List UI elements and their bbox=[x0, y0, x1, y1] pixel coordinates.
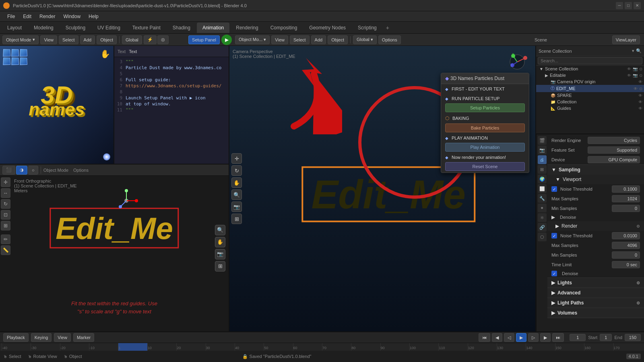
render-view-button[interactable]: ○ bbox=[28, 166, 38, 175]
annotate-tool[interactable]: ✏ bbox=[1, 234, 10, 244]
setup-panel-button[interactable]: Setup Panel bbox=[188, 35, 220, 44]
light-paths-settings[interactable]: ⚙ bbox=[636, 301, 640, 305]
center-grab-nav[interactable]: ✋ bbox=[231, 177, 242, 188]
next-keyframe-button[interactable]: ▷ bbox=[528, 333, 539, 342]
render-sub-settings[interactable]: ⚙ bbox=[636, 224, 640, 228]
tab-layout[interactable]: Layout bbox=[2, 23, 27, 33]
sc-scene-collection[interactable]: ▼ Scene Collection 👁 📷 ⊙ bbox=[536, 66, 644, 72]
props-scene-icon[interactable]: 🎬 bbox=[538, 136, 547, 145]
center-global[interactable]: Global ▾ bbox=[353, 35, 377, 44]
play-animation-button[interactable]: Play Animation bbox=[445, 143, 525, 152]
sc-render-2[interactable]: ⊙ bbox=[639, 73, 642, 78]
view-menu[interactable]: View bbox=[40, 35, 57, 44]
view-menu-timeline[interactable]: View bbox=[54, 333, 71, 342]
vp-min-samples-value[interactable]: 0 bbox=[612, 205, 640, 212]
center-3d-viewport[interactable]: Camera Perspective (1) Scene Collection … bbox=[229, 46, 535, 331]
options-button[interactable]: Options bbox=[378, 35, 401, 44]
sc-guides[interactable]: 📐 Guides 👁 bbox=[536, 105, 644, 111]
advanced-header[interactable]: ▶ Advanced bbox=[547, 288, 644, 298]
measure-tool[interactable]: 📏 bbox=[1, 245, 10, 255]
center-select[interactable]: Select bbox=[290, 35, 310, 44]
r-denoise-check[interactable]: ✓ bbox=[551, 271, 557, 276]
start-frame[interactable]: 1 bbox=[600, 334, 612, 341]
zoom-in-button[interactable]: 🔍 bbox=[215, 225, 225, 235]
center-cursor-nav[interactable]: ✛ bbox=[231, 153, 242, 164]
solid-view-button[interactable]: ⬛ bbox=[2, 166, 15, 175]
sampling-header[interactable]: ▼ Sampling bbox=[547, 165, 644, 175]
menu-edit[interactable]: Edit bbox=[19, 11, 35, 22]
props-physics-icon[interactable]: ⚛ bbox=[538, 213, 547, 222]
light-paths-header[interactable]: ▶ Light Paths ⚙ bbox=[547, 298, 644, 308]
center-view[interactable]: View bbox=[271, 35, 288, 44]
tab-geometry-nodes[interactable]: Geometry Nodes bbox=[303, 23, 351, 33]
tab-texture-paint[interactable]: Texture Paint bbox=[127, 23, 166, 33]
add-menu[interactable]: Add bbox=[80, 35, 95, 44]
tab-animation[interactable]: Animation bbox=[197, 23, 229, 33]
timeline-ruler[interactable]: -40 -30 -20 -10 1 10 20 30 40 50 60 70 8… bbox=[0, 343, 644, 351]
tab-scripting[interactable]: Scripting bbox=[352, 23, 382, 33]
pan-button[interactable]: ✋ bbox=[215, 237, 225, 247]
center-grid-nav[interactable]: ⊞ bbox=[231, 214, 242, 224]
sc-collection[interactable]: 📁 Collection 👁 bbox=[536, 99, 644, 105]
move-tool[interactable]: ↔ bbox=[1, 188, 10, 198]
center-mode-selector[interactable]: Object Mo... ▾ bbox=[235, 35, 270, 44]
bottom-left-viewport[interactable]: ⬛ ◑ ○ Object Mode Options ✛ ↔ ↻ ⊡ ⊞ ✏ 📏 bbox=[0, 165, 229, 331]
center-orbit-nav[interactable]: ↻ bbox=[231, 165, 242, 176]
sc-cam-1[interactable]: 📷 bbox=[633, 67, 638, 71]
material-view-button[interactable]: ◑ bbox=[16, 166, 27, 175]
snap-button[interactable]: ⚡ bbox=[144, 35, 157, 44]
mode-selector[interactable]: Object Mode ▾ bbox=[2, 35, 39, 44]
current-frame[interactable]: 1 bbox=[570, 334, 586, 341]
center-object[interactable]: Object bbox=[328, 35, 348, 44]
menu-file[interactable]: File bbox=[3, 11, 19, 22]
global-selector[interactable]: Global bbox=[122, 35, 142, 44]
vp-noise-threshold-value[interactable]: 0.1000 bbox=[612, 185, 640, 193]
view-layer-button[interactable]: ViewLayer bbox=[612, 35, 640, 44]
props-view-layer-icon[interactable]: ⊞ bbox=[538, 165, 547, 174]
volumes-header[interactable]: ▶ Volumes bbox=[547, 308, 644, 318]
lights-settings[interactable]: ⚙ bbox=[636, 281, 640, 285]
sc-eye-5[interactable]: 👁 bbox=[638, 93, 642, 98]
render-subsection[interactable]: ▶ Render ⚙ bbox=[547, 221, 644, 231]
center-zoom-nav[interactable]: 🔍 bbox=[231, 189, 242, 200]
props-object-icon[interactable]: ⬜ bbox=[538, 184, 547, 193]
props-modifier-icon[interactable]: 🔧 bbox=[538, 194, 547, 203]
object-menu[interactable]: Object bbox=[97, 35, 117, 44]
play-pause-button[interactable]: ▶ bbox=[516, 333, 526, 342]
tab-compositing[interactable]: Compositing bbox=[265, 23, 303, 33]
cursor-tool[interactable]: ✛ bbox=[1, 177, 10, 187]
props-world-icon[interactable]: 🌍 bbox=[538, 175, 547, 183]
props-output-icon[interactable]: 🖨 bbox=[538, 155, 547, 164]
sc-cam-2[interactable]: 📷 bbox=[633, 73, 638, 78]
props-particles-icon[interactable]: ✦ bbox=[538, 204, 547, 212]
playback-menu[interactable]: Playback bbox=[3, 333, 29, 342]
vp-max-samples-value[interactable]: 1024 bbox=[612, 195, 640, 202]
r-noise-threshold-check[interactable]: ✓ bbox=[551, 233, 557, 239]
center-camera-nav[interactable]: 📷 bbox=[231, 202, 242, 212]
props-render-icon[interactable]: 📷 bbox=[538, 146, 547, 154]
sc-camera-pov[interactable]: 📷 Camera POV origin 👁 bbox=[536, 78, 644, 85]
sc-eye-3[interactable]: 👁 bbox=[638, 80, 642, 84]
device-value[interactable]: GPU Compute bbox=[588, 156, 640, 163]
r-time-limit-value[interactable]: 0 sec bbox=[612, 261, 640, 268]
bake-particles-button[interactable]: Bake Particles bbox=[445, 123, 525, 132]
close-button[interactable]: ✕ bbox=[634, 2, 641, 9]
jump-end-button[interactable]: ⏭ bbox=[552, 333, 564, 342]
tab-uv-editing[interactable]: UV Editing bbox=[92, 23, 126, 33]
sc-eye-6[interactable]: 👁 bbox=[638, 100, 642, 104]
jump-start-button[interactable]: ⏮ bbox=[479, 333, 490, 342]
marker-menu[interactable]: Marker bbox=[73, 333, 94, 342]
select-menu[interactable]: Select bbox=[59, 35, 78, 44]
keying-menu[interactable]: Keying bbox=[31, 333, 52, 342]
vp-noise-threshold-check[interactable]: ✓ bbox=[551, 186, 557, 192]
add-workspace-button[interactable]: + bbox=[383, 23, 392, 32]
sc-eye-7[interactable]: 👁 bbox=[638, 106, 642, 111]
props-material-icon[interactable]: ⬡ bbox=[538, 232, 547, 241]
feature-set-value[interactable]: Supported bbox=[588, 146, 640, 154]
minimize-button[interactable]: ─ bbox=[616, 2, 623, 9]
sc-eye-1[interactable]: 👁 bbox=[627, 67, 631, 71]
tab-sculpting[interactable]: Sculpting bbox=[60, 23, 91, 33]
next-frame-button[interactable]: ▶ bbox=[540, 333, 551, 342]
rotate-tool[interactable]: ↻ bbox=[1, 199, 10, 209]
props-constraints-icon[interactable]: 🔗 bbox=[538, 223, 547, 232]
